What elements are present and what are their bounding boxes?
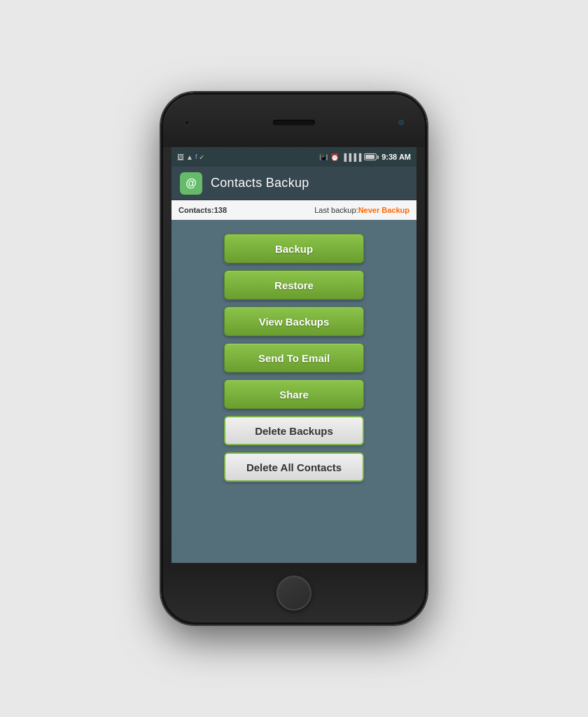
status-icons-right: 📳 ⏰ ▐▐▐▐ 9:38 AM xyxy=(319,153,411,161)
status-icons-left: 🖼 ▲ f ✓ xyxy=(177,153,204,161)
volume-down-button[interactable] xyxy=(161,266,162,301)
info-bar: Contacts:138 Last backup:Never Backup xyxy=(172,200,416,220)
alarm-icon: ⏰ xyxy=(330,153,339,161)
restore-button[interactable]: Restore xyxy=(224,270,364,300)
home-button[interactable] xyxy=(276,576,312,611)
facebook-status-icon: f xyxy=(195,153,197,160)
earpiece-speaker xyxy=(273,120,315,125)
status-time: 9:38 AM xyxy=(382,153,411,161)
app-bar: @ Contacts Backup xyxy=(172,167,416,200)
top-bezel xyxy=(163,95,425,147)
backup-button[interactable]: Backup xyxy=(224,234,364,263)
vibrate-icon: 📳 xyxy=(319,153,328,161)
share-button[interactable]: Share xyxy=(224,380,364,409)
delete-backups-button[interactable]: Delete Backups xyxy=(224,416,364,445)
power-button[interactable] xyxy=(426,221,427,263)
view-backups-button[interactable]: View Backups xyxy=(224,307,364,336)
send-to-email-button[interactable]: Send To Email xyxy=(224,343,364,373)
volume-up-button[interactable] xyxy=(161,224,162,259)
phone-body: 🖼 ▲ f ✓ 📳 ⏰ ▐▐▐▐ xyxy=(161,92,427,625)
upload-status-icon: ▲ xyxy=(186,153,193,161)
check-status-icon: ✓ xyxy=(199,153,204,161)
phone-device: 🖼 ▲ f ✓ 📳 ⏰ ▐▐▐▐ xyxy=(161,92,427,625)
image-status-icon: 🖼 xyxy=(177,153,184,161)
app-icon-symbol: @ xyxy=(186,177,197,190)
main-content: Backup Restore View Backups Send To Emai… xyxy=(172,220,416,563)
delete-all-contacts-button[interactable]: Delete All Contacts xyxy=(224,452,364,482)
phone-screen: 🖼 ▲ f ✓ 📳 ⏰ ▐▐▐▐ xyxy=(172,147,416,563)
backup-label: Last backup: xyxy=(314,206,358,214)
backup-value: Never Backup xyxy=(358,206,410,214)
contacts-label: Contacts: xyxy=(178,206,214,214)
volume-silent-button[interactable] xyxy=(161,193,162,214)
proximity-sensor xyxy=(398,120,404,125)
backup-info: Last backup:Never Backup xyxy=(314,206,410,214)
status-bar: 🖼 ▲ f ✓ 📳 ⏰ ▐▐▐▐ xyxy=(172,147,416,167)
app-icon: @ xyxy=(180,172,202,195)
app-title: Contacts Backup xyxy=(211,176,309,190)
signal-icon: ▐▐▐▐ xyxy=(342,153,361,161)
contacts-info: Contacts:138 xyxy=(178,206,227,214)
battery-icon xyxy=(364,153,379,160)
front-camera xyxy=(184,120,190,125)
contacts-count: 138 xyxy=(214,206,227,214)
bottom-bezel xyxy=(163,563,425,622)
